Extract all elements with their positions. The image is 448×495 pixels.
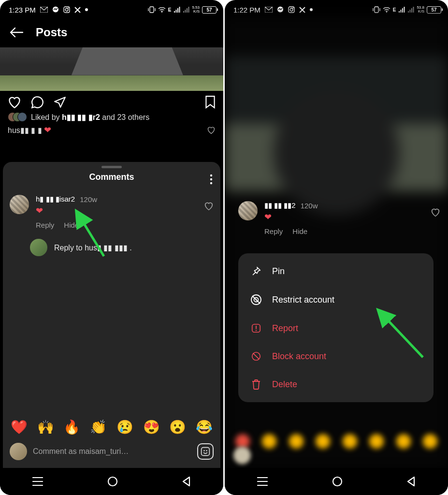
more-icon[interactable] (207, 171, 216, 188)
drag-handle[interactable] (101, 166, 122, 168)
net-speed: 53.8K/S (417, 6, 424, 14)
emoji-hands[interactable]: 🙌 (37, 419, 54, 435)
gmail-icon (40, 7, 48, 13)
comment-text: ❤ (264, 212, 424, 222)
comment-input[interactable]: Comment as maisam_turi… (33, 447, 191, 456)
back-icon[interactable] (182, 477, 191, 486)
emoji-laugh[interactable]: 😂 (196, 419, 213, 435)
reply-preview-text: Reply to hus▮ ▮▮ ▮▮▮ . (54, 243, 132, 252)
likes-row[interactable]: Liked by h▮▮ ▮▮ ▮r2 and 23 others (0, 112, 223, 125)
emoji-clap[interactable]: 👏 (90, 419, 107, 435)
emoji-cry[interactable]: 😢 (116, 419, 133, 435)
caption-like-icon[interactable] (207, 126, 216, 134)
hide-button[interactable]: Hide (292, 227, 307, 235)
menu-block[interactable]: Block account (238, 342, 434, 370)
reply-button[interactable]: Reply (264, 227, 283, 235)
comment-icon[interactable] (31, 96, 44, 109)
signal-icon (173, 7, 180, 13)
menu-label: Delete (272, 379, 297, 390)
android-nav-bar (225, 468, 448, 495)
comment-like-icon[interactable] (204, 202, 214, 229)
avatar (10, 443, 27, 460)
recents-icon[interactable] (32, 477, 43, 486)
back-icon[interactable] (407, 477, 416, 486)
svg-point-16 (292, 8, 293, 9)
comment-input-row: Comment as maisam_turi… (3, 439, 220, 468)
home-icon[interactable] (332, 476, 343, 487)
status-bar: 1:23 PM E 5.53K/S 57 (0, 0, 223, 17)
reply-preview[interactable]: Reply to hus▮ ▮▮ ▮▮▮ . (3, 232, 220, 256)
menu-delete[interactable]: Delete (238, 370, 434, 398)
likes-text: Liked by h▮▮ ▮▮ ▮r2 and 23 others (31, 113, 149, 122)
comment-username: ▮▮ ▮▮ ▮▮2 (264, 201, 296, 210)
vibrate-icon (373, 6, 380, 13)
comment-time: 120w (301, 202, 318, 210)
menu-pin[interactable]: Pin (238, 257, 434, 285)
emoji-hearteyes[interactable]: 😍 (143, 419, 160, 435)
sticker-icon[interactable] (197, 443, 214, 460)
notification-dot-icon (85, 8, 88, 11)
comment-item[interactable]: h▮ ▮▮ ▮isar2 120w ❤ Reply Hide (3, 190, 220, 232)
comment-username[interactable]: h▮ ▮▮ ▮isar2 (36, 195, 75, 204)
sheet-title: Comments (89, 172, 134, 182)
pin-icon (250, 266, 262, 277)
svg-point-12 (108, 477, 117, 486)
report-icon (250, 323, 262, 334)
bookmark-icon[interactable] (205, 95, 216, 109)
recents-icon[interactable] (257, 477, 268, 486)
menu-restrict[interactable]: Restrict account (238, 285, 434, 314)
caption-row: hus▮▮ ▮ ▮ ❤ (0, 125, 223, 140)
trash-icon (250, 379, 262, 390)
svg-point-10 (203, 450, 205, 451)
svg-point-11 (206, 450, 207, 451)
signal-icon-2 (183, 7, 189, 13)
post-image[interactable] (0, 47, 223, 91)
comment-like-icon[interactable] (431, 208, 440, 235)
header: Posts (0, 17, 223, 47)
blurred-emoji-row (225, 434, 448, 449)
menu-report[interactable]: Report (238, 314, 434, 342)
context-menu: Pin Restrict account Report Block accoun… (238, 253, 434, 402)
svg-rect-4 (150, 7, 154, 13)
x-icon (299, 7, 305, 13)
avatar (30, 239, 47, 256)
post-actions (0, 91, 223, 112)
emoji-heart[interactable]: ❤️ (11, 419, 28, 435)
menu-label: Restrict account (272, 295, 334, 305)
phone-right: 1:22 PM E 53.8K/S 57 ▮▮ ▮▮ ▮▮2 120w (225, 0, 448, 495)
svg-rect-17 (375, 7, 378, 13)
battery-icon: 57 (202, 6, 217, 14)
block-icon (250, 351, 262, 362)
like-icon[interactable] (8, 96, 21, 108)
avatar[interactable] (10, 195, 29, 214)
notification-dot-icon (310, 8, 313, 11)
comments-sheet: Comments h▮ ▮▮ ▮isar2 120w ❤ Reply Hide … (3, 162, 220, 468)
messenger-icon (277, 6, 284, 13)
reply-button[interactable]: Reply (36, 221, 54, 229)
avatar (238, 201, 258, 220)
status-bar: 1:22 PM E 53.8K/S 57 (225, 0, 448, 17)
emoji-fire[interactable]: 🔥 (63, 419, 80, 435)
menu-label: Block account (272, 351, 326, 362)
emoji-wow[interactable]: 😮 (169, 419, 186, 435)
wifi-icon (383, 7, 390, 13)
clock: 1:23 PM (9, 6, 36, 14)
network-type: E (168, 7, 172, 13)
comment-time: 120w (80, 195, 97, 204)
blurred-avatar (233, 447, 251, 464)
svg-point-2 (65, 8, 68, 11)
share-icon[interactable] (54, 96, 66, 108)
comment-text: ❤ (36, 205, 197, 216)
menu-label: Report (272, 323, 298, 334)
comment-item: ▮▮ ▮▮ ▮▮2 120w ❤ Reply Hide (238, 201, 440, 235)
hide-button[interactable]: Hide (64, 221, 79, 229)
instagram-icon (63, 6, 70, 13)
home-icon[interactable] (107, 476, 118, 487)
emoji-quick-row: ❤️ 🙌 🔥 👏 😢 😍 😮 😂 (3, 415, 220, 439)
svg-point-18 (386, 12, 387, 13)
clock: 1:22 PM (233, 6, 260, 14)
svg-point-3 (68, 8, 69, 9)
signal-icon-2 (407, 7, 414, 13)
back-arrow-icon[interactable] (10, 27, 23, 38)
caption-user[interactable]: hus▮▮ ▮ ▮ (8, 126, 42, 134)
